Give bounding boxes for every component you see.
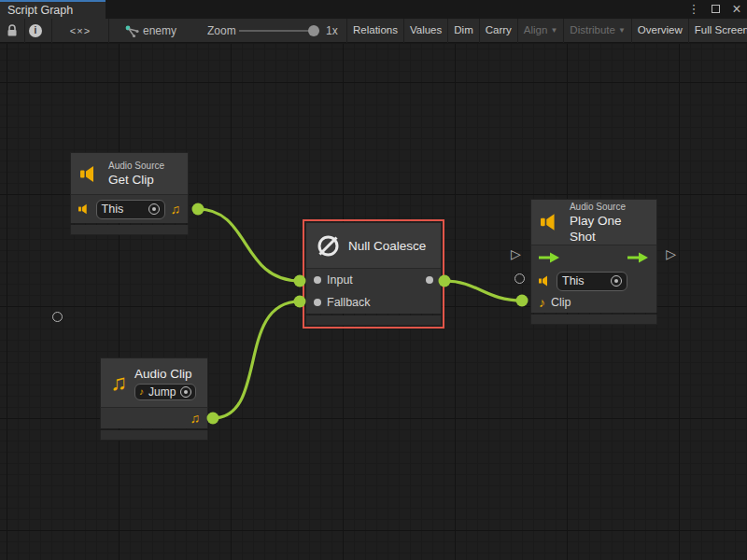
audioclip-output-icon[interactable]: ♫: [171, 203, 181, 216]
fallback-port-row: Fallback: [305, 291, 442, 314]
tab-strip: Script Graph ⋮ ×: [0, 0, 747, 19]
target-icon[interactable]: [611, 275, 622, 287]
lock-icon[interactable]: [2, 19, 22, 43]
node-title: Null Coalesce: [348, 238, 426, 254]
maximize-icon[interactable]: [709, 0, 722, 19]
node-port-row: ♫: [100, 408, 208, 428]
wire-output-to-clip: [444, 281, 522, 301]
node-footer: [70, 225, 189, 235]
wire-endpoint[interactable]: [207, 413, 219, 425]
overview-button[interactable]: Overview: [632, 19, 689, 43]
toolbar-buttons: Relations Values Dim Carry Align▼ Distri…: [346, 19, 747, 43]
zoom-slider-handle[interactable]: [308, 25, 319, 36]
audio-clip-value-field[interactable]: ♪ Jump: [134, 384, 196, 400]
node-header: Audio Source Play One Shot: [530, 199, 657, 245]
carry-button[interactable]: Carry: [480, 19, 518, 43]
clip-port-row: ♪ Clip: [530, 292, 657, 313]
node-title: Audio Clip: [134, 366, 196, 382]
value-input-port[interactable]: [52, 312, 63, 322]
values-button[interactable]: Values: [404, 19, 448, 43]
graph-name-label[interactable]: enemy: [143, 19, 176, 43]
audio-source-icon: [541, 213, 562, 231]
node-title: Get Clip: [108, 172, 164, 188]
target-icon[interactable]: [180, 386, 191, 398]
node-port-row: This ♫: [70, 195, 189, 223]
toolbar: i <×> enemy Zoom 1x Relations Values Dim…: [0, 19, 747, 43]
window-controls: ⋮ ×: [687, 0, 743, 19]
this-port-row: This: [530, 270, 657, 292]
graph-reference-icon: [123, 19, 140, 43]
wire-endpoint[interactable]: [516, 295, 529, 307]
code-view-icon[interactable]: <×>: [58, 19, 103, 43]
align-dropdown[interactable]: Align▼: [518, 19, 565, 43]
audio-source-icon: [539, 275, 551, 287]
target-icon[interactable]: [148, 203, 160, 215]
this-target-field[interactable]: This: [96, 200, 165, 219]
graph-canvas[interactable]: Audio Source Get Clip This ♫ ♫ Audio Cli: [0, 44, 747, 560]
flow-in-arrow-icon[interactable]: [539, 252, 560, 263]
full-screen-button[interactable]: Full Screen: [689, 19, 747, 43]
chevron-down-icon: ▼: [618, 26, 626, 35]
close-icon[interactable]: ×: [730, 0, 743, 19]
flow-out-arrow-icon[interactable]: [627, 252, 649, 263]
wire-getclip-to-input: [198, 209, 300, 281]
wire-endpoint[interactable]: [192, 203, 204, 216]
tab-script-graph[interactable]: Script Graph: [0, 0, 106, 19]
clip-port-icon[interactable]: ♪: [539, 296, 545, 309]
null-coalesce-icon: [316, 233, 341, 259]
flow-output-port[interactable]: ▷: [666, 247, 676, 260]
output-port-icon[interactable]: ♫: [190, 412, 201, 425]
wire-endpoint[interactable]: [294, 275, 306, 287]
audio-clip-icon: ♫: [110, 371, 127, 394]
this-input-port[interactable]: [514, 273, 525, 284]
input-port-row: Input: [305, 269, 442, 291]
zoom-label: Zoom: [207, 19, 236, 43]
wire-audioclip-to-fallback: [213, 301, 300, 418]
node-header: ♫ Audio Clip ♪ Jump: [100, 357, 208, 408]
audio-source-icon: [80, 165, 101, 183]
node-footer: [100, 430, 208, 441]
output-port[interactable]: [426, 276, 433, 284]
zoom-value: 1x: [326, 19, 338, 43]
node-get-clip[interactable]: Audio Source Get Clip This ♫: [70, 152, 189, 235]
distribute-dropdown[interactable]: Distribute▼: [564, 19, 632, 43]
relations-button[interactable]: Relations: [347, 19, 404, 43]
node-title: Play One Shot: [570, 213, 647, 245]
node-footer: [530, 315, 657, 325]
flow-port-row: [530, 245, 657, 270]
fallback-port[interactable]: [314, 299, 321, 306]
node-header: Null Coalesce: [305, 222, 442, 269]
node-category: Audio Source: [108, 160, 164, 172]
info-icon[interactable]: i: [25, 19, 46, 43]
node-header: Audio Source Get Clip: [70, 152, 189, 195]
music-note-icon: ♪: [139, 387, 144, 397]
audio-source-icon: [78, 203, 91, 215]
chevron-down-icon: ▼: [550, 26, 557, 35]
node-category: Audio Source: [570, 201, 647, 213]
node-footer: [305, 315, 442, 326]
input-port[interactable]: [314, 276, 321, 284]
this-target-field[interactable]: This: [557, 272, 627, 291]
menu-dots-icon[interactable]: ⋮: [687, 0, 700, 19]
flow-input-port[interactable]: ▷: [511, 247, 521, 260]
node-null-coalesce[interactable]: Null Coalesce Input Fallback: [305, 222, 442, 326]
dim-button[interactable]: Dim: [448, 19, 479, 43]
script-graph-window: Script Graph ⋮ × i <×> enemy Zoom 1x Rel…: [0, 0, 747, 560]
wire-endpoint[interactable]: [294, 296, 306, 308]
node-audio-clip[interactable]: ♫ Audio Clip ♪ Jump ♫: [100, 357, 208, 441]
node-play-one-shot[interactable]: Audio Source Play One Shot This ♪ Clip: [530, 199, 657, 325]
